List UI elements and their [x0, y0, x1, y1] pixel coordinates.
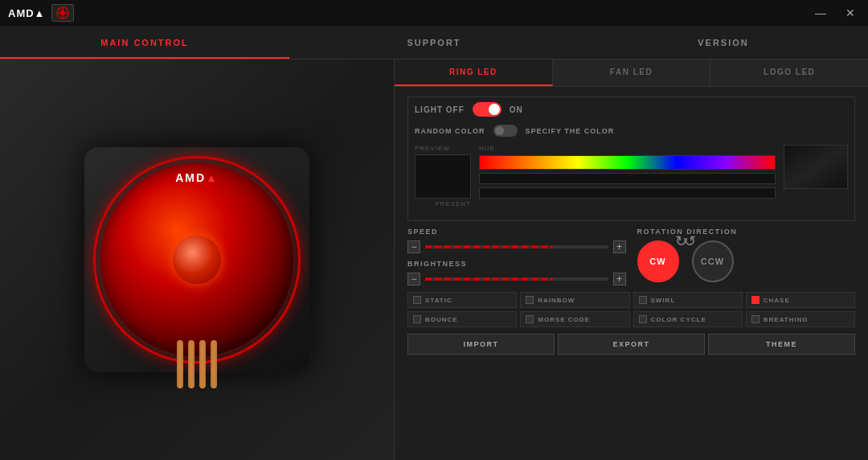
content-area: AMD▲ RING LED FAN LED LOGO LED: [0, 60, 868, 460]
light-toggle-switch[interactable]: [473, 102, 502, 117]
specify-color-label: SPECIFY THE COLOR: [526, 127, 615, 135]
present-label: PRESENT: [415, 200, 471, 207]
sub-tabs: RING LED FAN LED LOGO LED: [395, 60, 868, 87]
nav-version[interactable]: VERSION: [579, 26, 868, 59]
action-buttons: IMPORT EXPORT THEME: [407, 334, 855, 355]
color-grid[interactable]: [784, 145, 848, 189]
mode-morse-code[interactable]: MORSE CODE: [520, 311, 629, 327]
rotation-label: ROTATION DIRECTION: [637, 228, 856, 236]
brightness-bar[interactable]: [479, 187, 776, 199]
amd-cooler-label: AMD▲: [175, 171, 219, 184]
speed-label: SPEED: [407, 228, 626, 236]
mode-swirl[interactable]: SWIRL: [633, 292, 743, 308]
ccw-button[interactable]: CCW: [692, 240, 734, 282]
speed-brightness-col: SPEED − + BRIGHTNESS −: [407, 228, 626, 285]
speed-fill: [425, 245, 553, 248]
fan-ring: [100, 163, 293, 356]
speed-track[interactable]: [425, 245, 608, 248]
light-toggle-section: LIGHT OFF ON RANDOM COLOR SPECIFY THE CO…: [407, 97, 855, 221]
color-cycle-indicator: [639, 315, 647, 323]
theme-button[interactable]: THEME: [708, 334, 855, 355]
light-off-label: LIGHT OFF: [415, 105, 465, 114]
copper-pipe-3: [199, 340, 206, 388]
random-color-toggle[interactable]: [493, 125, 518, 137]
svg-point-1: [60, 10, 65, 15]
control-area: LIGHT OFF ON RANDOM COLOR SPECIFY THE CO…: [395, 87, 868, 460]
rotation-buttons: ↻ CW ↺ CCW: [637, 240, 856, 282]
speed-minus-btn[interactable]: −: [407, 240, 420, 253]
title-bar: AMD▲ — ✕: [0, 0, 868, 26]
nav-support[interactable]: SUPPORT: [289, 26, 579, 59]
tab-logo-led[interactable]: LOGO LED: [710, 60, 868, 86]
copper-pipes: [177, 340, 217, 388]
brightness-track[interactable]: [425, 277, 608, 281]
preview-box: PREVIEW PRESENT: [415, 145, 471, 207]
mode-color-cycle[interactable]: COLOR CYCLE: [633, 311, 743, 327]
tab-ring-led[interactable]: RING LED: [395, 60, 553, 86]
cw-button[interactable]: CW: [637, 240, 679, 282]
random-color-label: RANDOM COLOR: [415, 127, 485, 135]
nav-main-control[interactable]: MAIN CONTROL: [0, 26, 289, 59]
left-panel: AMD▲: [0, 60, 394, 460]
preview-swatch: [415, 154, 471, 199]
mode-grid: STATIC RAINBOW SWIRL CHASE BOUNCE: [407, 292, 855, 327]
copper-pipe-4: [211, 340, 217, 388]
close-button[interactable]: ✕: [841, 5, 860, 21]
export-button[interactable]: EXPORT: [558, 334, 705, 355]
speed-slider-row: − +: [407, 240, 626, 253]
brightness-slider-row: − +: [407, 273, 626, 285]
title-bar-left: AMD▲: [8, 4, 74, 22]
static-indicator: [413, 296, 421, 304]
speed-plus-btn[interactable]: +: [613, 240, 626, 253]
light-row: LIGHT OFF ON: [415, 102, 848, 117]
mode-chase[interactable]: CHASE: [746, 292, 855, 308]
mode-static[interactable]: STATIC: [407, 292, 517, 308]
import-button[interactable]: IMPORT: [407, 334, 555, 355]
brightness-plus-btn[interactable]: +: [613, 273, 626, 285]
morse-indicator: [526, 315, 534, 323]
copper-pipe-1: [177, 340, 183, 388]
mode-rainbow[interactable]: RAINBOW: [520, 292, 629, 308]
tab-fan-led[interactable]: FAN LED: [553, 60, 711, 86]
main-nav: MAIN CONTROL SUPPORT VERSION: [0, 26, 868, 60]
speed-brightness-rotation: SPEED − + BRIGHTNESS −: [407, 228, 855, 285]
minimize-button[interactable]: —: [810, 5, 831, 21]
brightness-fill: [425, 277, 553, 281]
preview-label: PREVIEW: [415, 145, 471, 152]
cpu-cooler-image: AMD▲: [60, 123, 334, 396]
saturation-bar[interactable]: [479, 173, 776, 184]
light-on-label: ON: [510, 105, 523, 114]
mode-bounce[interactable]: BOUNCE: [407, 311, 517, 327]
cooler-master-logo: [51, 4, 74, 22]
color-row: RANDOM COLOR SPECIFY THE COLOR: [415, 125, 848, 137]
amd-logo: AMD▲: [8, 7, 45, 19]
hue-bar[interactable]: [479, 155, 776, 170]
cw-container: ↻ CW: [637, 240, 679, 282]
breathing-indicator: [751, 315, 760, 323]
chase-indicator: [751, 296, 760, 304]
brightness-label: BRIGHTNESS: [407, 260, 626, 268]
preview-hue-row: PREVIEW PRESENT HUE: [415, 145, 848, 207]
hue-label: HUE: [479, 145, 776, 152]
swirl-indicator: [639, 296, 647, 304]
rainbow-indicator: [526, 296, 534, 304]
right-panel: RING LED FAN LED LOGO LED LIGHT OFF ON R: [394, 60, 868, 460]
title-bar-controls: — ✕: [810, 5, 860, 21]
hue-area: HUE: [479, 145, 776, 207]
ccw-arrow-icon: ↺: [684, 232, 696, 250]
ccw-container: ↺ CCW: [692, 240, 734, 282]
cooler-body: AMD▲: [84, 147, 309, 372]
rotation-col: ROTATION DIRECTION ↻ CW ↺: [637, 228, 856, 285]
copper-pipe-2: [188, 340, 194, 388]
brightness-minus-btn[interactable]: −: [407, 273, 420, 285]
bounce-indicator: [413, 315, 421, 323]
mode-breathing[interactable]: BREATHING: [746, 311, 855, 327]
